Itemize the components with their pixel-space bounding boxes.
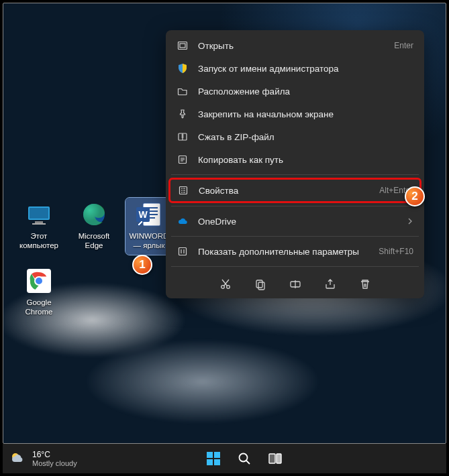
menu-item-compress-zip[interactable]: Сжать в ZIP-файл xyxy=(170,125,420,148)
svg-rect-18 xyxy=(180,44,185,48)
cloud-icon xyxy=(177,215,189,227)
menu-item-label: Свойства xyxy=(199,186,370,196)
desktop-icon-label: Microsoft Edge xyxy=(79,231,110,251)
svg-rect-35 xyxy=(277,454,281,463)
menu-item-label: Расположение файла xyxy=(198,86,413,97)
menu-item-label: OneDrive xyxy=(198,217,397,227)
menu-item-label: Закрепить на начальном экране xyxy=(198,109,413,119)
menu-item-file-location[interactable]: Расположение файла xyxy=(170,80,420,103)
zip-icon xyxy=(177,131,189,143)
svg-rect-3 xyxy=(32,223,46,225)
svg-rect-25 xyxy=(256,280,262,288)
copy-button[interactable] xyxy=(253,277,268,292)
svg-rect-34 xyxy=(269,454,275,463)
delete-button[interactable] xyxy=(358,277,372,292)
taskbar-weather-widget[interactable]: 16°C Mostly cloudy xyxy=(9,450,77,467)
menu-item-show-more-options[interactable]: Показать дополнительные параметры Shift+… xyxy=(170,240,420,263)
svg-text:W: W xyxy=(138,209,148,220)
svg-rect-29 xyxy=(207,452,213,458)
svg-rect-31 xyxy=(207,459,213,465)
desktop-icon-chrome[interactable]: Google Chrome xyxy=(15,264,62,321)
svg-rect-26 xyxy=(258,282,264,290)
weather-icon xyxy=(9,450,27,467)
chrome-icon xyxy=(25,267,53,295)
properties-icon xyxy=(177,184,189,196)
menu-item-copy-as-path[interactable]: Копировать как путь xyxy=(170,148,420,171)
desktop-icon-edge[interactable]: Microsoft Edge xyxy=(70,198,117,255)
desktop-icon-label: WINWORD — ярлык xyxy=(130,231,169,251)
menu-item-label: Показать дополнительные параметры xyxy=(198,247,369,257)
taskbar[interactable]: 16°C Mostly cloudy xyxy=(3,444,446,473)
pc-icon xyxy=(25,200,53,229)
copy-path-icon xyxy=(177,154,189,166)
svg-rect-22 xyxy=(179,248,187,255)
start-button[interactable] xyxy=(205,450,222,467)
menu-item-onedrive[interactable]: OneDrive xyxy=(170,210,420,233)
pin-icon xyxy=(177,108,189,120)
word-icon: W xyxy=(135,200,163,229)
menu-item-label: Запуск от имени администратора xyxy=(198,64,413,74)
more-icon xyxy=(177,245,189,257)
svg-rect-32 xyxy=(214,459,220,465)
svg-rect-30 xyxy=(214,452,220,458)
svg-rect-1 xyxy=(30,208,48,219)
menu-item-properties[interactable]: Свойства Alt+Enter xyxy=(168,178,421,203)
folder-icon xyxy=(177,85,189,97)
menu-separator xyxy=(171,266,419,267)
menu-action-row xyxy=(170,270,420,294)
open-icon xyxy=(177,40,189,52)
chevron-right-icon xyxy=(407,218,413,225)
taskbar-center xyxy=(205,450,284,467)
rename-button[interactable] xyxy=(288,277,303,292)
search-button[interactable] xyxy=(236,450,253,467)
menu-item-shortcut: Enter xyxy=(394,41,413,50)
menu-item-run-as-admin[interactable]: Запуск от имени администратора xyxy=(170,57,420,80)
menu-item-label: Сжать в ZIP-файл xyxy=(198,132,413,142)
callout-label: 1 xyxy=(139,258,145,272)
menu-separator xyxy=(171,174,419,175)
menu-separator xyxy=(171,236,419,237)
weather-desc: Mostly cloudy xyxy=(32,459,77,467)
menu-item-label: Копировать как путь xyxy=(198,155,413,165)
context-menu: Открыть Enter Запуск от имени администра… xyxy=(166,30,424,298)
shield-icon xyxy=(177,62,189,74)
menu-item-shortcut: Shift+F10 xyxy=(379,247,413,256)
share-button[interactable] xyxy=(323,277,338,292)
weather-temp: 16°C xyxy=(32,450,77,459)
desktop-wallpaper[interactable]: Этот компьютер Google Chrome Microsoft E… xyxy=(3,3,446,444)
edge-icon xyxy=(80,200,108,229)
svg-point-33 xyxy=(239,454,247,462)
cut-button[interactable] xyxy=(218,277,233,292)
menu-separator xyxy=(171,206,419,206)
menu-item-pin-to-start[interactable]: Закрепить на начальном экране xyxy=(170,103,420,125)
desktop-icon-this-pc[interactable]: Этот компьютер xyxy=(15,198,62,255)
menu-item-open[interactable]: Открыть Enter xyxy=(170,34,420,57)
desktop-icon-label: Этот компьютер xyxy=(19,231,58,251)
callout-label: 2 xyxy=(411,190,417,203)
desktop-icon-label: Google Chrome xyxy=(26,298,53,317)
callout-badge-1: 1 xyxy=(132,255,152,275)
callout-badge-2: 2 xyxy=(405,186,425,206)
menu-item-label: Открыть xyxy=(198,41,385,51)
task-view-button[interactable] xyxy=(266,450,284,467)
svg-rect-2 xyxy=(35,221,43,223)
